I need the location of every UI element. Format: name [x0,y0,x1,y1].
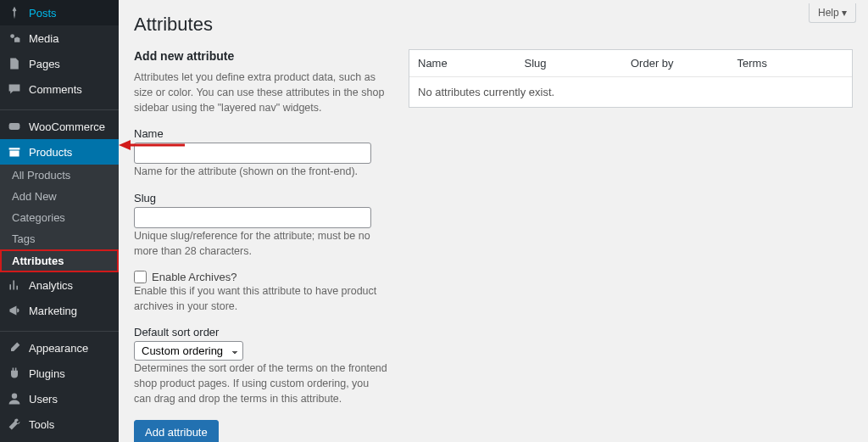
sidebar-item-appearance[interactable]: Appearance [0,335,119,361]
submenu-item-categories[interactable]: Categories [0,207,119,228]
sidebar-item-pages[interactable]: Pages [0,51,119,76]
sidebar-item-users[interactable]: Users [0,386,119,411]
page-title: Attributes [134,8,853,49]
submenu-item-tags[interactable]: Tags [0,228,119,249]
slug-help: Unique slug/reference for the attribute;… [134,228,388,259]
sidebar-item-label: Comments [29,83,82,96]
submenu-item-add-new[interactable]: Add New [0,186,119,207]
menu-separator [0,327,119,332]
sidebar-item-label: Products [29,146,72,159]
name-input[interactable] [134,143,371,164]
svg-point-2 [12,394,17,399]
form-intro: Attributes let you define extra product … [134,70,388,115]
content-area: Help ▾ Attributes Add new attribute Attr… [119,0,868,442]
col-terms: Terms [737,57,844,70]
pin-icon [7,5,22,20]
sidebar-item-label: Marketing [29,305,77,317]
page-icon [7,56,22,71]
sidebar-item-posts[interactable]: Posts [0,0,119,25]
sidebar-item-label: Analytics [29,279,73,292]
sidebar-item-tools[interactable]: Tools [0,411,119,437]
help-button[interactable]: Help ▾ [809,3,856,23]
enable-archives-checkbox[interactable] [134,271,147,283]
products-submenu: All Products Add New Categories Tags Att… [0,165,119,272]
admin-sidebar: Posts Media Pages Comments WooCommerce P… [0,0,119,442]
add-attribute-form: Add new attribute Attributes let you def… [134,49,388,442]
archives-help: Enable this if you want this attribute t… [134,283,388,314]
add-attribute-button[interactable]: Add attribute [134,420,219,442]
sidebar-item-marketing[interactable]: Marketing [0,298,119,323]
slug-label: Slug [134,192,388,204]
sidebar-item-label: Media [29,32,58,45]
brush-icon [7,340,22,355]
enable-archives-label: Enable Archives? [152,271,236,283]
table-empty-message: No attributes currently exist. [409,77,852,107]
sidebar-item-woocommerce[interactable]: WooCommerce [0,114,119,139]
sidebar-item-analytics[interactable]: Analytics [0,272,119,298]
user-icon [7,391,22,406]
sidebar-item-label: Users [29,393,58,406]
svg-point-0 [10,34,14,38]
sidebar-item-comments[interactable]: Comments [0,76,119,102]
sidebar-item-label: Plugins [29,367,65,380]
sidebar-item-media[interactable]: Media [0,25,119,51]
megaphone-icon [7,303,22,318]
media-icon [7,31,22,46]
plug-icon [7,366,22,381]
table-header: Name Slug Order by Terms [409,50,852,77]
name-help: Name for the attribute (shown on the fro… [134,164,388,179]
wrench-icon [7,417,22,432]
sidebar-item-label: Appearance [29,342,88,355]
sort-help: Determines the sort order of the terms o… [134,361,388,406]
form-heading: Add new attribute [134,49,388,63]
archive-icon [7,144,22,159]
attributes-table: Name Slug Order by Terms No attributes c… [409,49,853,108]
sidebar-item-label: Posts [29,7,57,20]
col-slug: Slug [525,57,632,70]
sidebar-item-label: Tools [29,418,54,431]
comment-icon [7,81,22,97]
sidebar-item-products[interactable]: Products [0,139,119,165]
sort-label: Default sort order [134,326,388,338]
submenu-item-attributes[interactable]: Attributes [0,249,119,272]
chart-icon [7,277,22,293]
svg-marker-4 [119,140,131,150]
submenu-item-all-products[interactable]: All Products [0,165,119,186]
sidebar-item-label: Pages [29,58,60,70]
svg-rect-1 [9,123,20,130]
sidebar-item-settings[interactable]: Settings [0,437,119,442]
name-label: Name [134,127,388,140]
sidebar-item-plugins[interactable]: Plugins [0,361,119,386]
sidebar-item-label: WooCommerce [29,120,105,133]
menu-separator [0,105,119,110]
woo-icon [7,119,22,134]
sort-order-select[interactable]: Custom ordering [134,341,243,361]
slug-input[interactable] [134,207,371,228]
attributes-table-wrap: Name Slug Order by Terms No attributes c… [409,49,853,442]
col-orderby: Order by [631,57,737,70]
col-name: Name [418,57,525,70]
